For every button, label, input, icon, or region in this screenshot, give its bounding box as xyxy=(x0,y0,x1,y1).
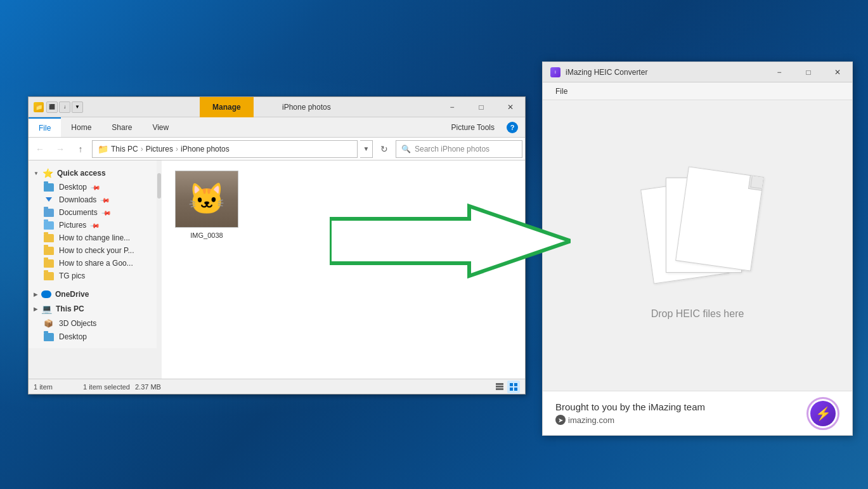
help-button[interactable]: ? xyxy=(505,117,520,137)
folder2-icon xyxy=(44,247,54,255)
svg-rect-4 xyxy=(510,383,513,386)
quick-access-star-icon: ⭐ xyxy=(42,168,53,178)
svg-rect-2 xyxy=(496,386,503,388)
sidebar-item-folder2[interactable]: How to check your P... xyxy=(29,244,161,257)
address-dropdown[interactable]: ▼ xyxy=(360,140,373,158)
imazing-file-menu[interactable]: File xyxy=(550,87,573,96)
item-count: 1 item xyxy=(34,383,53,391)
minimize-button[interactable]: − xyxy=(437,97,467,117)
tg-pics-label: TG pics xyxy=(59,271,85,280)
refresh-button[interactable]: ↻ xyxy=(375,140,393,158)
footer-link[interactable]: ➤ imazing.com xyxy=(555,415,796,425)
view-tab[interactable]: View xyxy=(142,117,179,137)
search-box[interactable]: 🔍 Search iPhone photos xyxy=(396,140,522,158)
selected-count: 1 item selected xyxy=(83,383,130,391)
imazing-controls: − □ ✕ xyxy=(765,62,852,82)
folder3-label: How to share a Goo... xyxy=(59,259,133,268)
quick-access-header[interactable]: ▼ ⭐ Quick access xyxy=(29,166,161,181)
folder3-icon xyxy=(44,259,54,268)
sidebar-item-desktop2[interactable]: Desktop xyxy=(29,330,161,343)
onedrive-chevron: ▶ xyxy=(34,292,37,297)
imazing-titlebar: i iMazing HEIC Converter − □ ✕ xyxy=(543,62,852,82)
sidebar-item-pictures[interactable]: Pictures 📌 xyxy=(29,219,161,231)
sidebar-item-folder3[interactable]: How to share a Goo... xyxy=(29,257,161,270)
explorer-window: 📁 ⬛ ↓ ▼ Manage iPhone photos − □ ✕ File … xyxy=(28,96,526,394)
desktop-folder-icon xyxy=(44,183,54,192)
address-bar: ← → ↑ 📁 This PC › Pictures › iPhone phot… xyxy=(29,138,525,160)
thispc-label: This PC xyxy=(56,304,84,313)
close-button[interactable]: ✕ xyxy=(496,97,525,117)
qa-btn-3[interactable]: ▼ xyxy=(72,101,83,113)
folder-icon: 📁 xyxy=(34,102,44,112)
thumbnail-box: 🐱 xyxy=(175,171,238,228)
downloads-pin-icon: 📌 xyxy=(100,195,110,205)
forward-button[interactable]: → xyxy=(51,140,69,158)
doc-page-front xyxy=(675,166,764,271)
file-item-img0038[interactable]: 🐱 IMG_0038 xyxy=(172,171,242,239)
sidebar-scrollbar[interactable] xyxy=(157,160,162,379)
view-controls xyxy=(493,381,520,393)
manage-tab[interactable]: Manage xyxy=(200,97,254,117)
sidebar-item-folder1[interactable]: How to change line... xyxy=(29,231,161,244)
qa-btn-1[interactable]: ⬛ xyxy=(46,101,58,113)
desktop-label: Desktop xyxy=(59,183,87,192)
imazing-menu-bar: File xyxy=(543,82,852,100)
3dobjects-label: 3D Objects xyxy=(59,319,96,328)
titlebar-left: 📁 ⬛ ↓ ▼ xyxy=(34,101,83,113)
main-area: ▼ ⭐ Quick access Desktop 📌 Downloads 📌 xyxy=(29,160,525,379)
3dobjects-icon: 📦 xyxy=(44,318,54,329)
thispc-icon: 💻 xyxy=(41,304,52,314)
heic-file-stack xyxy=(647,171,748,298)
file-tab[interactable]: File xyxy=(29,117,61,137)
documents-pin-icon: 📌 xyxy=(101,207,112,218)
sidebar-item-3dobjects[interactable]: 📦 3D Objects xyxy=(29,316,161,330)
up-button[interactable]: ↑ xyxy=(72,140,89,158)
path-pictures[interactable]: Pictures xyxy=(146,145,173,153)
footer-link-text: imazing.com xyxy=(568,415,614,425)
imazing-minimize[interactable]: − xyxy=(765,62,794,82)
thispc-header[interactable]: ▶ 💻 This PC xyxy=(29,301,161,316)
address-path[interactable]: 📁 This PC › Pictures › iPhone photos xyxy=(92,140,358,158)
icon-view-btn[interactable] xyxy=(507,381,520,393)
picture-tools-tab[interactable]: Picture Tools xyxy=(441,117,505,137)
imazing-close[interactable]: ✕ xyxy=(823,62,852,82)
explorer-titlebar: 📁 ⬛ ↓ ▼ Manage iPhone photos − □ ✕ xyxy=(29,97,525,117)
details-view-btn[interactable] xyxy=(493,381,506,393)
onedrive-label: OneDrive xyxy=(55,290,89,299)
sidebar-item-documents[interactable]: Documents 📌 xyxy=(29,206,161,219)
folder2-label: How to check your P... xyxy=(59,246,134,255)
folder1-label: How to change line... xyxy=(59,233,130,242)
back-button[interactable]: ← xyxy=(31,140,49,158)
sidebar-item-tgpics[interactable]: TG pics xyxy=(29,270,161,282)
imazing-logo-icon: i xyxy=(550,67,560,77)
pin-icon: 📌 xyxy=(91,182,101,192)
share-tab[interactable]: Share xyxy=(101,117,142,137)
file-size: 2.37 MB xyxy=(135,383,161,391)
footer-link-arrow-icon: ➤ xyxy=(555,415,566,425)
window-title: iPhone photos xyxy=(282,103,331,112)
pictures-label: Pictures xyxy=(59,221,86,230)
qa-btn-2[interactable]: ↓ xyxy=(59,101,70,113)
quick-access-buttons: ⬛ ↓ ▼ xyxy=(46,101,83,113)
pictures-pin-icon: 📌 xyxy=(90,220,100,230)
onedrive-header[interactable]: ▶ OneDrive xyxy=(29,287,161,301)
pictures-folder-icon xyxy=(44,221,54,230)
status-bar: 1 item 1 item selected 2.37 MB xyxy=(29,379,525,394)
sidebar-item-desktop[interactable]: Desktop 📌 xyxy=(29,181,161,193)
path-iphone-photos[interactable]: iPhone photos xyxy=(181,145,230,153)
footer-text-block: Brought to you by the iMazing team ➤ ima… xyxy=(555,401,796,425)
ribbon: File Home Share View Picture Tools ? xyxy=(29,117,525,138)
downloads-icon xyxy=(44,195,54,204)
maximize-button[interactable]: □ xyxy=(467,97,496,117)
onedrive-icon xyxy=(41,290,51,298)
home-tab[interactable]: Home xyxy=(61,117,101,137)
imazing-window: i iMazing HEIC Converter − □ ✕ File xyxy=(542,62,853,436)
cat-emoji: 🐱 xyxy=(176,171,238,227)
sidebar-item-downloads[interactable]: Downloads 📌 xyxy=(29,193,161,206)
path-this-pc[interactable]: This PC xyxy=(111,145,138,153)
imazing-maximize[interactable]: □ xyxy=(794,62,823,82)
window-controls: − □ ✕ xyxy=(437,97,525,117)
svg-rect-6 xyxy=(510,388,513,391)
imazing-drop-area[interactable]: Drop HEIC files here xyxy=(543,100,852,391)
documents-label: Documents xyxy=(59,208,98,217)
